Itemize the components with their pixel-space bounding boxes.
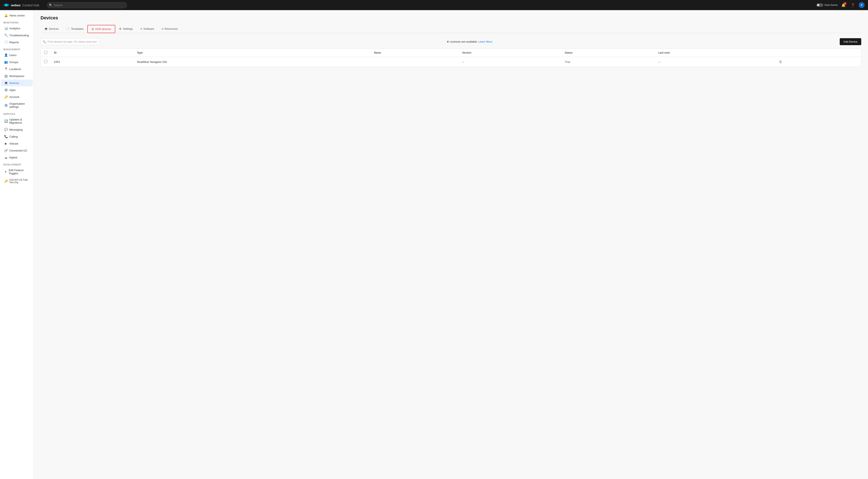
search-icon: 🔍 xyxy=(49,4,52,7)
theme-toggle-switch[interactable] xyxy=(816,3,823,7)
app-product: Control Hub xyxy=(22,3,39,7)
sidebar-label-alerts-centre: Alerts centre xyxy=(9,14,25,17)
apps-icon: ⚙️ xyxy=(4,88,8,92)
tab-devices-label: Devices xyxy=(49,27,59,30)
col-header-version: Version xyxy=(459,49,561,57)
groups-icon: 👥 xyxy=(4,60,8,64)
sidebar-label-xod-org: XoD-INT-US-Trial-Test-Org xyxy=(9,179,29,184)
sidebar-label-workspaces: Workspaces xyxy=(9,74,24,78)
theme-toggle[interactable]: Dark theme xyxy=(816,3,838,7)
delete-button[interactable]: 🗑 xyxy=(777,59,784,65)
cell-name xyxy=(371,57,459,67)
workspaces-icon: 🏢 xyxy=(4,74,8,78)
sidebar-item-updates[interactable]: 🔄 Updates & Migrations xyxy=(1,116,33,126)
select-all-checkbox[interactable] xyxy=(44,51,47,54)
calling-icon: 📞 xyxy=(4,135,8,138)
sidebar-label-devices: Devices xyxy=(9,82,19,85)
col-header-name: Name xyxy=(371,49,459,57)
theme-label: Dark theme xyxy=(825,4,838,6)
account-icon: 🔑 xyxy=(4,95,8,99)
tab-xod-icon: ⊞ xyxy=(92,27,94,31)
sidebar-item-apps[interactable]: ⚙️ Apps xyxy=(1,87,33,93)
sidebar-item-org-settings[interactable]: ⚙️ Organisation settings xyxy=(1,100,33,110)
table-header-row: ID Type Name Version Status Last seen xyxy=(41,49,861,57)
bell-icon: 🔔 xyxy=(4,14,8,17)
tab-settings[interactable]: ⚙ Settings xyxy=(115,25,136,33)
col-header-status: Status xyxy=(561,49,655,57)
cell-last-seen: -- xyxy=(655,57,774,67)
sidebar-item-vidcast[interactable]: ▶ Vidcast xyxy=(1,140,33,147)
org-settings-icon: ⚙️ xyxy=(4,104,8,107)
sidebar-item-xod-org[interactable]: 🔑 XoD-INT-US-Trial-Test-Org xyxy=(1,177,33,185)
sidebar-item-reports[interactable]: 📄 Reports xyxy=(1,39,33,45)
device-search-input[interactable] xyxy=(40,38,100,45)
col-header-id: ID xyxy=(51,49,134,57)
topnav-right: Dark theme 🔔 1 ❓ X xyxy=(816,2,865,8)
topnav: webex Control Hub 🔍 Dark theme 🔔 1 ❓ X xyxy=(0,0,868,10)
hybrid-icon: ☁ xyxy=(4,156,8,159)
sidebar-label-updates: Updates & Migrations xyxy=(9,118,29,124)
tab-templates-label: Templates xyxy=(71,27,83,30)
add-device-button[interactable]: Add Device xyxy=(840,38,861,45)
user-avatar[interactable]: X xyxy=(859,2,865,8)
help-button[interactable]: ❓ xyxy=(849,2,856,8)
learn-more-link[interactable]: Learn More xyxy=(478,40,492,43)
sidebar-item-locations[interactable]: 📍 Locations xyxy=(1,66,33,72)
device-search[interactable]: 🔍 xyxy=(40,38,100,45)
main-layout: 🔔 Alerts centre MONITORING 📊 Analytics 🔧… xyxy=(0,10,868,479)
search-icon: 🔍 xyxy=(43,40,46,43)
sidebar-item-workspaces[interactable]: 🏢 Workspaces xyxy=(1,72,33,79)
notifications-button[interactable]: 🔔 1 xyxy=(840,2,847,8)
tab-settings-label: Settings xyxy=(123,27,133,30)
tab-resources[interactable]: ≡ Resources xyxy=(158,25,182,33)
tab-devices[interactable]: 💻 Devices xyxy=(40,25,62,33)
licence-info: 4 Licences are available Learn More xyxy=(100,40,840,43)
cell-actions: 🗑 xyxy=(774,57,861,67)
xod-org-icon: 🔑 xyxy=(4,179,8,183)
table-row: KIR1 RealWear Navigator 520 -- Trial -- … xyxy=(41,57,861,67)
page-title: Devices xyxy=(40,15,861,21)
sidebar-label-account: Account xyxy=(9,95,19,99)
users-icon: 👤 xyxy=(4,53,8,57)
sidebar-item-hybrid[interactable]: ☁ Hybrid xyxy=(1,154,33,161)
tab-software[interactable]: ≡ Software xyxy=(136,25,158,33)
licence-message: 4 Licences are available Learn More xyxy=(447,40,492,43)
updates-icon: 🔄 xyxy=(4,120,8,123)
global-search[interactable]: 🔍 xyxy=(47,2,127,8)
sidebar-item-groups[interactable]: 👥 Groups xyxy=(1,59,33,65)
sidebar-item-users[interactable]: 👤 Users xyxy=(1,52,33,59)
sidebar-label-locations: Locations xyxy=(9,67,21,71)
tab-templates[interactable]: 📄 Templates xyxy=(62,25,87,33)
app-name: webex xyxy=(11,3,21,7)
cell-version: -- xyxy=(459,57,561,67)
row-checkbox[interactable] xyxy=(44,60,47,63)
analytics-icon: 📊 xyxy=(4,27,8,30)
tab-devices-icon: 💻 xyxy=(44,27,48,30)
sidebar-item-analytics[interactable]: 📊 Analytics xyxy=(1,25,33,32)
svg-point-1 xyxy=(4,4,5,6)
sidebar-item-devices[interactable]: 💻 Devices xyxy=(1,79,33,86)
sidebar-item-troubleshooting[interactable]: 🔧 Troubleshooting xyxy=(1,32,33,39)
tabs: 💻 Devices 📄 Templates ⊞ XOD devices ⚙ Se… xyxy=(40,25,861,33)
section-monitoring: MONITORING xyxy=(0,19,34,25)
row-select-cell[interactable] xyxy=(41,57,51,67)
sidebar: 🔔 Alerts centre MONITORING 📊 Analytics 🔧… xyxy=(0,10,34,479)
col-header-actions xyxy=(774,49,861,57)
section-management: MANAGEMENT xyxy=(0,46,34,52)
troubleshooting-icon: 🔧 xyxy=(4,34,8,37)
section-development: DEVELOPMENT xyxy=(0,161,34,167)
col-header-last-seen: Last seen xyxy=(655,49,774,57)
sidebar-label-users: Users xyxy=(9,54,17,57)
sidebar-item-messaging[interactable]: 💬 Messaging xyxy=(1,126,33,133)
sidebar-item-feature-toggles[interactable]: ✦ Edit Feature Toggles xyxy=(1,167,33,177)
sidebar-item-connected-uc[interactable]: 🔗 Connected UC xyxy=(1,147,33,154)
sidebar-label-org-settings: Organisation settings xyxy=(9,102,29,108)
sidebar-item-calling[interactable]: 📞 Calling xyxy=(1,133,33,140)
select-all-cell[interactable] xyxy=(41,49,51,57)
toolbar: 🔍 4 Licences are available Learn More Ad… xyxy=(40,38,861,45)
locations-icon: 📍 xyxy=(4,67,8,71)
sidebar-item-account[interactable]: 🔑 Account xyxy=(1,94,33,100)
tab-xod-devices[interactable]: ⊞ XOD devices xyxy=(87,25,116,33)
search-input[interactable] xyxy=(47,2,127,8)
sidebar-item-alerts-centre[interactable]: 🔔 Alerts centre xyxy=(1,12,33,19)
